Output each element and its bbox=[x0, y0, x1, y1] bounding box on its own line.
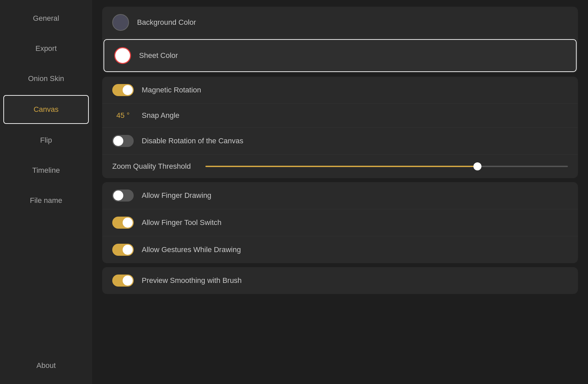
magnetic-rotation-label: Magnetic Rotation bbox=[142, 86, 568, 94]
preview-smoothing-row: Preview Smoothing with Brush bbox=[102, 267, 578, 294]
magnetic-rotation-row: Magnetic Rotation bbox=[102, 77, 578, 104]
sidebar-item-canvas[interactable]: Canvas bbox=[3, 95, 89, 124]
allow-finger-drawing-thumb bbox=[113, 190, 123, 201]
magnetic-rotation-toggle[interactable] bbox=[112, 84, 134, 96]
allow-gestures-row: Allow Gestures While Drawing bbox=[102, 236, 578, 263]
disable-rotation-row: Disable Rotation of the Canvas bbox=[102, 128, 578, 155]
rotation-settings-card: Magnetic Rotation 45 ° Snap Angle Disabl… bbox=[102, 77, 578, 178]
sidebar: General Export Onion Skin Canvas Flip Ti… bbox=[0, 0, 92, 384]
main-content: Background Color Sheet Color Magnetic Ro… bbox=[92, 0, 588, 384]
zoom-quality-slider[interactable] bbox=[205, 166, 568, 167]
sidebar-item-file-name[interactable]: File name bbox=[3, 187, 89, 214]
background-color-label: Background Color bbox=[137, 18, 568, 27]
sidebar-item-export[interactable]: Export bbox=[3, 35, 89, 62]
allow-gestures-label: Allow Gestures While Drawing bbox=[142, 245, 568, 254]
preview-smoothing-thumb bbox=[123, 276, 133, 286]
sidebar-item-general[interactable]: General bbox=[3, 5, 89, 32]
zoom-quality-row: Zoom Quality Threshold bbox=[102, 155, 578, 178]
sidebar-item-flip[interactable]: Flip bbox=[3, 127, 89, 154]
background-color-row[interactable]: Background Color bbox=[102, 7, 578, 39]
preview-smoothing-toggle[interactable] bbox=[112, 275, 134, 287]
allow-finger-drawing-label: Allow Finger Drawing bbox=[142, 191, 568, 200]
sheet-color-swatch[interactable] bbox=[114, 47, 131, 64]
preview-smoothing-label: Preview Smoothing with Brush bbox=[142, 276, 568, 285]
allow-finger-tool-switch-label: Allow Finger Tool Switch bbox=[142, 218, 568, 227]
disable-rotation-label: Disable Rotation of the Canvas bbox=[142, 137, 568, 145]
allow-finger-tool-switch-row: Allow Finger Tool Switch bbox=[102, 209, 578, 236]
drawing-settings-card: Allow Finger Drawing Allow Finger Tool S… bbox=[102, 182, 578, 263]
preview-settings-card: Preview Smoothing with Brush bbox=[102, 267, 578, 294]
zoom-quality-slider-container bbox=[205, 166, 568, 167]
sheet-color-row[interactable]: Sheet Color bbox=[104, 39, 577, 72]
disable-rotation-toggle[interactable] bbox=[112, 135, 134, 147]
zoom-quality-label: Zoom Quality Threshold bbox=[112, 162, 191, 171]
allow-gestures-toggle[interactable] bbox=[112, 244, 134, 256]
sidebar-item-onion-skin[interactable]: Onion Skin bbox=[3, 65, 89, 92]
allow-finger-drawing-row: Allow Finger Drawing bbox=[102, 182, 578, 209]
sheet-color-label: Sheet Color bbox=[139, 51, 566, 60]
allow-finger-tool-switch-toggle[interactable] bbox=[112, 217, 134, 229]
sidebar-item-timeline[interactable]: Timeline bbox=[3, 157, 89, 184]
magnetic-rotation-thumb bbox=[123, 85, 133, 95]
allow-gestures-thumb bbox=[123, 245, 133, 255]
disable-rotation-thumb bbox=[113, 136, 123, 146]
snap-angle-row: 45 ° Snap Angle bbox=[102, 104, 578, 128]
zoom-quality-slider-thumb bbox=[473, 162, 481, 170]
snap-angle-label: Snap Angle bbox=[142, 111, 568, 120]
snap-angle-value[interactable]: 45 ° bbox=[112, 111, 134, 120]
background-color-swatch[interactable] bbox=[112, 14, 129, 31]
allow-finger-drawing-toggle[interactable] bbox=[112, 189, 134, 202]
sidebar-item-about[interactable]: About bbox=[3, 352, 89, 379]
allow-finger-tool-switch-thumb bbox=[123, 218, 133, 228]
color-settings-card: Background Color Sheet Color bbox=[102, 7, 578, 73]
